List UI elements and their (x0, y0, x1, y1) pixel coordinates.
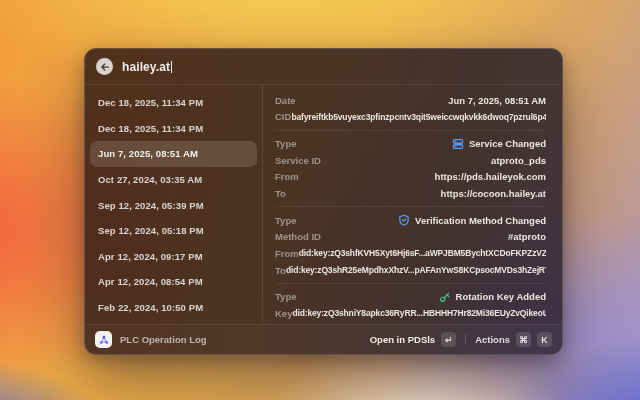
actions-button[interactable]: Actions (475, 334, 510, 345)
detail-value: did:key:zQ3shfKVH5Xyt6Hj6sF...aWPJBM5Byc… (299, 248, 546, 258)
detail-label: From (275, 248, 299, 259)
footer-actions: Open in PDSls ↵ Actions ⌘ K (370, 332, 552, 347)
divider (465, 334, 466, 345)
detail-row-cid: CID bafyreiftkb5vuyexc3pfinzpcntv3qit5we… (275, 109, 546, 126)
operation-detail: Date Jun 7, 2025, 08:51 AM CID bafyreift… (263, 85, 562, 324)
detail-label: Key (275, 308, 292, 319)
detail-row-type: Type Service Changed (275, 135, 546, 152)
detail-value: Jun 7, 2025, 08:51 AM (448, 95, 546, 106)
detail-row-to: To https://cocoon.hailey.at (275, 185, 546, 202)
search-text: hailey.at (122, 60, 170, 74)
command-key-badge[interactable]: ⌘ (516, 332, 531, 347)
detail-row-service-id: Service ID atproto_pds (275, 152, 546, 169)
detail-row-type: Type Rotation Key Added (275, 289, 546, 306)
detail-row-type: Type Verification Method Changed (275, 212, 546, 229)
type-text: Service Changed (469, 138, 546, 149)
list-item[interactable]: Oct 27, 2024, 03:35 AM (90, 167, 257, 193)
desktop-background: hailey.at Dec 18, 2025, 11:34 PM Dec 18,… (0, 0, 640, 400)
plc-operation-log-window: hailey.at Dec 18, 2025, 11:34 PM Dec 18,… (84, 48, 563, 355)
text-caret (171, 61, 172, 73)
detail-label: Date (275, 95, 296, 106)
list-item[interactable]: Jun 7, 2025, 08:51 AM (90, 141, 257, 167)
list-item[interactable]: Apr 12, 2024, 08:54 PM (90, 269, 257, 295)
divider (275, 283, 546, 284)
detail-row-from: From did:key:zQ3shfKVH5Xyt6Hj6sF...aWPJB… (275, 245, 546, 262)
back-button[interactable] (96, 58, 113, 75)
detail-label: Type (275, 138, 296, 149)
detail-label: From (275, 171, 299, 182)
detail-value: Service Changed (452, 138, 546, 150)
detail-value: did:key:zQ3shniY8apkc36RyRR...HBHHH7Hr82… (292, 308, 546, 318)
server-icon (452, 138, 464, 150)
search-header: hailey.at (85, 49, 562, 85)
key-icon (439, 291, 451, 303)
detail-value: Verification Method Changed (398, 214, 546, 226)
list-item[interactable]: Feb 22, 2024, 10:50 PM (90, 295, 257, 321)
detail-label: Type (275, 215, 296, 226)
detail-value: Rotation Key Added (439, 291, 546, 303)
footer-app: PLC Operation Log (95, 331, 207, 348)
list-item[interactable]: Sep 12, 2024, 05:18 PM (90, 218, 257, 244)
footer-app-name: PLC Operation Log (120, 334, 207, 345)
list-item[interactable]: Apr 12, 2024, 09:17 PM (90, 244, 257, 270)
return-key-badge[interactable]: ↵ (441, 332, 456, 347)
main-content: Dec 18, 2025, 11:34 PM Dec 18, 2025, 11:… (85, 85, 562, 324)
shield-check-icon (398, 214, 410, 226)
detail-label: To (275, 188, 286, 199)
open-in-pdsls-button[interactable]: Open in PDSls (370, 334, 435, 345)
detail-value: https://pds.haileyok.com (435, 171, 546, 182)
detail-row-key: Key did:key:zQ3shniY8apkc36RyRR...HBHHH7… (275, 305, 546, 322)
detail-label: CID (275, 111, 291, 122)
list-item[interactable]: Sep 12, 2024, 05:39 PM (90, 192, 257, 218)
search-input[interactable]: hailey.at (122, 49, 551, 84)
type-text: Rotation Key Added (456, 291, 546, 302)
plc-app-icon (95, 331, 112, 348)
detail-row-method-id: Method ID #atproto (275, 229, 546, 246)
detail-value: atproto_pds (491, 155, 546, 166)
detail-value: #atproto (508, 231, 546, 242)
detail-label: Type (275, 291, 296, 302)
detail-value: https://cocoon.hailey.at (441, 188, 546, 199)
detail-row-to: To did:key:zQ3shR25eMpdhxXhzV...pAFAnYwS… (275, 262, 546, 279)
divider (275, 130, 546, 131)
detail-value: did:key:zQ3shR25eMpdhxXhzV...pAFAnYwS8KC… (286, 265, 546, 275)
detail-row-date: Date Jun 7, 2025, 08:51 AM (275, 92, 546, 109)
divider (275, 206, 546, 207)
detail-label: To (275, 265, 286, 276)
k-key-badge[interactable]: K (537, 332, 552, 347)
type-text: Verification Method Changed (415, 215, 546, 226)
action-bar: PLC Operation Log Open in PDSls ↵ Action… (85, 324, 562, 354)
list-item[interactable]: Dec 18, 2025, 11:34 PM (90, 116, 257, 142)
detail-label: Service ID (275, 155, 321, 166)
detail-row-from: From https://pds.haileyok.com (275, 169, 546, 186)
detail-value: bafyreiftkb5vuyexc3pfinzpcntv3qit5weiccw… (291, 112, 546, 122)
operation-list: Dec 18, 2025, 11:34 PM Dec 18, 2025, 11:… (85, 85, 263, 324)
detail-label: Method ID (275, 231, 321, 242)
list-item[interactable]: Dec 18, 2025, 11:34 PM (90, 90, 257, 116)
arrow-left-icon (100, 62, 110, 72)
